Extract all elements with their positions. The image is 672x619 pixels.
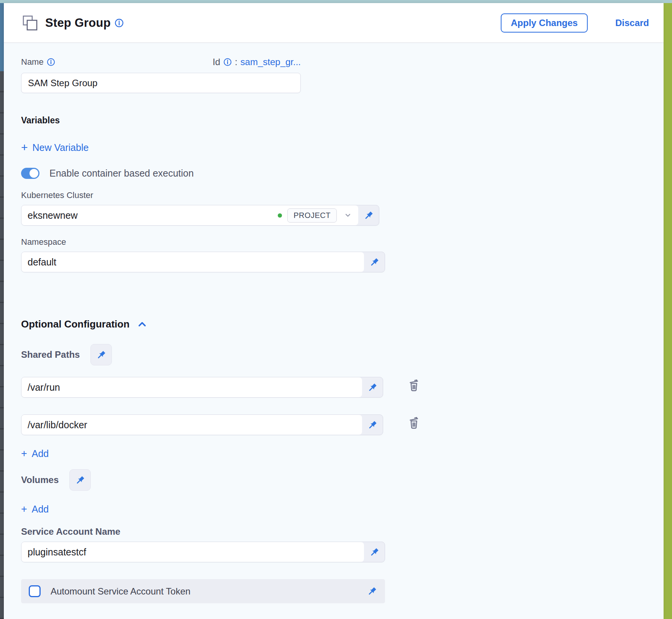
scope-chip[interactable]: PROJECT — [287, 208, 337, 223]
background-top-strip — [0, 0, 672, 3]
drawer-header: Step Group Apply Changes Discard — [4, 3, 664, 43]
shared-path-input-wrap — [21, 415, 362, 435]
plus-icon: + — [21, 504, 27, 514]
shared-path-input-wrap — [21, 377, 362, 397]
k8s-pin-button[interactable] — [358, 205, 379, 225]
k8s-scope-group: PROJECT — [278, 208, 352, 223]
volumes-row: Volumes — [21, 469, 656, 491]
drawer-body: Name Id : sam_step_gr... Variables — [4, 43, 664, 619]
add-label: Add — [32, 504, 49, 515]
container-execution-toggle[interactable] — [21, 168, 39, 179]
name-info-icon[interactable] — [47, 58, 55, 66]
shared-path-item — [21, 372, 656, 398]
id-info-icon[interactable] — [223, 58, 232, 66]
new-variable-button[interactable]: + New Variable — [21, 142, 656, 153]
shared-path-item — [21, 410, 656, 435]
namespace-input[interactable] — [28, 252, 358, 272]
container-execution-row: Enable container based execution — [21, 168, 656, 179]
namespace-pin-button[interactable] — [364, 252, 385, 272]
toggle-knob — [30, 169, 38, 178]
name-label: Name — [21, 57, 44, 67]
k8s-cluster-select[interactable]: eksnewnew PROJECT — [21, 205, 358, 225]
k8s-cluster-value: eksnewnew — [28, 210, 78, 221]
chevron-up-icon[interactable] — [137, 319, 147, 329]
shared-path-input-1[interactable] — [28, 377, 356, 397]
automount-banner: Automount Service Account Token — [21, 579, 385, 603]
shared-path-pin-button-1[interactable] — [362, 377, 383, 397]
discard-button[interactable]: Discard — [615, 18, 649, 28]
volumes-pin-button[interactable] — [69, 469, 91, 491]
name-label-group: Name — [21, 57, 55, 67]
trash-icon-1[interactable] — [407, 378, 421, 392]
new-variable-label: New Variable — [33, 142, 89, 153]
name-id-row: Name Id : sam_step_gr... — [21, 57, 301, 67]
service-account-input[interactable] — [28, 542, 358, 562]
k8s-cluster-field: eksnewnew PROJECT — [21, 205, 379, 226]
screen: Step Group Apply Changes Discard Name Id — [0, 0, 672, 619]
background-left-strip-blue — [0, 3, 4, 71]
add-shared-path-button[interactable]: + Add — [21, 448, 656, 459]
chevron-down-icon[interactable] — [344, 211, 352, 219]
shared-paths-row: Shared Paths — [21, 344, 656, 365]
optional-configuration-heading: Optional Configuration — [21, 318, 656, 330]
title-info-icon[interactable] — [115, 18, 124, 28]
background-left-strip — [0, 3, 4, 619]
trash-icon-2[interactable] — [407, 416, 421, 429]
step-group-config-drawer: Step Group Apply Changes Discard Name Id — [4, 3, 664, 619]
plus-icon: + — [21, 449, 27, 459]
automount-label: Automount Service Account Token — [51, 586, 190, 597]
background-right-strip — [664, 3, 672, 619]
shared-path-field — [21, 414, 383, 435]
service-account-pin-button[interactable] — [364, 542, 385, 562]
automount-pin-button[interactable] — [367, 586, 377, 596]
automount-checkbox[interactable] — [29, 585, 41, 597]
apply-changes-button[interactable]: Apply Changes — [501, 13, 588, 33]
shared-paths-pin-button[interactable] — [90, 344, 112, 365]
variables-heading: Variables — [21, 115, 656, 126]
background-left-strip-ticks — [0, 71, 4, 619]
service-account-input-wrap — [21, 542, 364, 562]
id-colon: : — [235, 57, 238, 67]
namespace-label: Namespace — [21, 237, 656, 247]
id-group: Id : sam_step_gr... — [213, 57, 301, 67]
id-label: Id — [213, 57, 220, 67]
service-account-field — [21, 542, 385, 562]
optional-configuration-title: Optional Configuration — [21, 318, 129, 330]
shared-path-input-2[interactable] — [28, 415, 356, 435]
add-label: Add — [32, 448, 49, 459]
volumes-label: Volumes — [21, 475, 59, 485]
shared-paths-label: Shared Paths — [21, 349, 80, 360]
shared-path-field — [21, 377, 383, 398]
step-group-icon — [21, 14, 39, 32]
name-input[interactable] — [21, 73, 301, 93]
namespace-input-wrap — [21, 252, 364, 272]
shared-path-pin-button-2[interactable] — [362, 415, 383, 435]
connector-status-dot — [278, 213, 282, 218]
add-volume-button[interactable]: + Add — [21, 504, 656, 515]
page-title: Step Group — [45, 16, 111, 30]
k8s-cluster-label: Kubernetes Cluster — [21, 190, 656, 200]
namespace-field — [21, 252, 385, 272]
service-account-label: Service Account Name — [21, 526, 656, 537]
container-execution-label: Enable container based execution — [49, 168, 194, 179]
plus-icon: + — [21, 142, 28, 153]
id-value[interactable]: sam_step_gr... — [241, 57, 301, 67]
